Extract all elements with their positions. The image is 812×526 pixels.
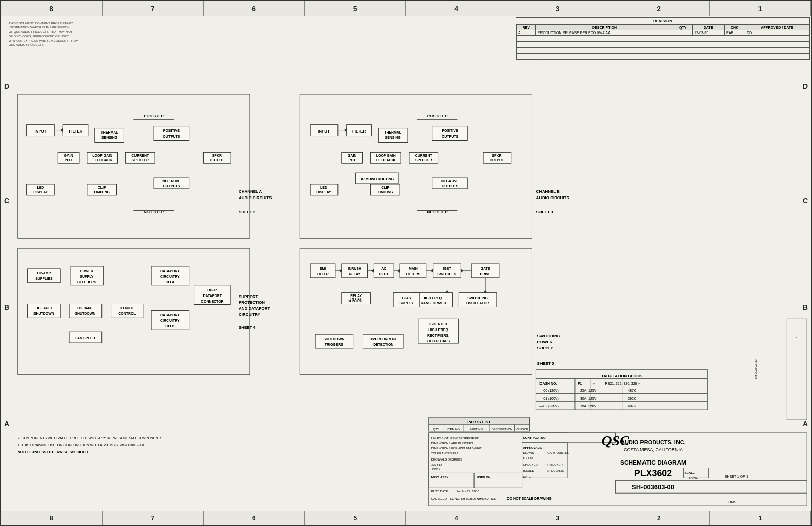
svg-text:TABULATION BLOCK: TABULATION BLOCK: [601, 374, 642, 378]
svg-text:SPLITTER: SPLITTER: [415, 158, 432, 162]
bottom-col-5: 5: [305, 511, 407, 525]
svg-text:SHUTDOWN: SHUTDOWN: [33, 312, 54, 315]
svg-text:SUPPLY: SUPPLY: [399, 302, 413, 305]
svg-text:OUTPUTS: OUTPUTS: [163, 184, 180, 188]
svg-text:SUPPLIES: SUPPLIES: [35, 277, 53, 280]
svg-text:SUPPORT,: SUPPORT,: [239, 294, 259, 299]
svg-text:POSITIVE: POSITIVE: [163, 129, 180, 133]
svg-text:DC FAULT: DC FAULT: [35, 306, 53, 310]
svg-text:TO MUTE: TO MUTE: [119, 306, 135, 310]
svg-marker-174: [445, 290, 449, 293]
svg-text:6-24-85: 6-24-85: [523, 456, 534, 459]
svg-text:RECTIFIERS,: RECTIFIERS,: [427, 334, 449, 338]
svg-text:LOOP GAIN: LOOP GAIN: [92, 154, 112, 157]
svg-text:LED: LED: [320, 186, 327, 189]
svg-text:OP-AMP: OP-AMP: [37, 271, 51, 275]
svg-text:BR MONO ROUTING: BR MONO ROUTING: [360, 177, 394, 181]
svg-text:.XX ±           D: .XX ± D: [431, 463, 442, 466]
svg-text:BIAS: BIAS: [402, 296, 411, 300]
svg-text:FEEDBACK: FEEDBACK: [92, 158, 112, 162]
content-area: D C B A D C B A THIS DOCUMENT CONTAINS P…: [1, 16, 811, 511]
svg-text:DASH NO.: DASH NO.: [539, 382, 557, 385]
svg-text:FILTER: FILTER: [352, 129, 366, 134]
svg-text:F:\DMS: F:\DMS: [724, 500, 736, 504]
svg-text:THERMAL: THERMAL: [101, 130, 119, 134]
svg-text:—02 (230V): —02 (230V): [539, 404, 558, 408]
svg-text:HD-15: HD-15: [207, 288, 217, 292]
svg-text:DRAWN: DRAWN: [523, 451, 534, 454]
svg-text:HIGH FREQ: HIGH FREQ: [428, 328, 448, 332]
svg-text:LIMITING: LIMITING: [378, 190, 393, 194]
svg-text:SCALE: SCALE: [685, 471, 695, 474]
svg-text:For Apr 29, 2000: For Apr 29, 2000: [456, 490, 479, 493]
svg-text:ISSUED: ISSUED: [523, 469, 535, 472]
svg-text:APPLICATION: APPLICATION: [477, 497, 496, 500]
svg-text:OUTPUTS: OUTPUTS: [442, 135, 459, 138]
svg-text:POS STEP: POS STEP: [427, 114, 448, 118]
svg-text:NEXT ASSY: NEXT ASSY: [431, 476, 449, 479]
svg-text:AUDIO CIRCUITS: AUDIO CIRCUITS: [536, 195, 569, 200]
svg-text:POWER: POWER: [80, 269, 93, 273]
svg-text:INPUT: INPUT: [318, 129, 330, 134]
col-5: 5: [305, 1, 407, 16]
svg-text:TOLERANCES ARE:: TOLERANCES ARE:: [431, 452, 460, 455]
svg-text:DIMENSIONS ARE IN INCHES.: DIMENSIONS ARE IN INCHES.: [431, 442, 475, 445]
svg-text:DISPLAY: DISPLAY: [33, 190, 48, 194]
svg-marker-6: [60, 128, 63, 133]
svg-text:OUTPUTS: OUTPUTS: [442, 184, 459, 188]
svg-text:CIRCUITRY: CIRCUITRY: [160, 319, 180, 322]
svg-text:NEG STEP: NEG STEP: [144, 210, 164, 214]
header-row: 8 7 6 5 4 3 2 1: [1, 1, 811, 16]
svg-text:SHEET 4: SHEET 4: [239, 325, 256, 330]
svg-marker-128: [339, 269, 342, 273]
svg-text:OUTPUT: OUTPUT: [490, 158, 504, 162]
svg-text:UNLESS OTHERWISE SPECIFIED: UNLESS OTHERWISE SPECIFIED: [431, 437, 480, 440]
svg-text:POSITIVE: POSITIVE: [442, 129, 458, 133]
svg-text:THERMAL: THERMAL: [77, 306, 94, 310]
svg-rect-252: [429, 473, 474, 488]
svg-text:DISPLAY: DISPLAY: [316, 190, 331, 194]
svg-text:EMI: EMI: [320, 267, 326, 270]
svg-text:GATE: GATE: [481, 267, 490, 270]
svg-text:RELAY: RELAY: [350, 294, 362, 298]
svg-text:RELAY: RELAY: [349, 272, 360, 276]
svg-text:SPKR: SPKR: [212, 154, 222, 157]
svg-text:HIGH FREQ: HIGH FREQ: [422, 296, 442, 300]
svg-text:USED ON: USED ON: [477, 476, 490, 479]
svg-text:LIMITING: LIMITING: [94, 190, 109, 194]
svg-text:25A, 125V: 25A, 125V: [580, 389, 597, 392]
svg-text:ITEM NO.: ITEM NO.: [447, 428, 461, 431]
svg-text:SENSING: SENSING: [101, 136, 117, 140]
col-8: 8: [1, 1, 103, 16]
svg-text:SPLITTER: SPLITTER: [131, 158, 149, 162]
svg-text:POT: POT: [349, 158, 356, 162]
svg-text:DETECTION: DETECTION: [373, 343, 393, 346]
svg-text:—00 (120V): —00 (120V): [539, 389, 558, 393]
svg-text:PARTS LIST: PARTS LIST: [467, 420, 491, 424]
col-4: 4: [406, 1, 507, 16]
svg-text:GAIN: GAIN: [348, 154, 356, 157]
svg-rect-265: [787, 319, 807, 420]
svg-text:SPKR: SPKR: [492, 154, 501, 157]
bottom-col-6: 6: [204, 511, 305, 525]
svg-text:CLIP: CLIP: [98, 186, 106, 189]
svg-text:LOOP GAIN: LOOP GAIN: [376, 154, 396, 157]
svg-text:DESCRIPTION: DESCRIPTION: [491, 428, 512, 431]
svg-text:PROTECTION: PROTECTION: [239, 301, 265, 305]
svg-text:SHEET 5: SHEET 5: [537, 361, 554, 366]
svg-text:COSTA MESA, CALIFORNIA: COSTA MESA, CALIFORNIA: [624, 447, 683, 452]
svg-text:R321, 322, 326, 328 △: R321, 322, 326, 328 △: [605, 382, 641, 385]
svg-text:IGBT: IGBT: [443, 267, 451, 270]
bottom-col-2: 2: [608, 511, 710, 525]
svg-text:FAN SPEED: FAN SPEED: [75, 336, 95, 340]
svg-text:THERMAL: THERMAL: [384, 130, 402, 134]
svg-text:CLIP: CLIP: [381, 186, 389, 189]
svg-text:2. COMPONENTS WITH VALUE PREFI: 2. COMPONENTS WITH VALUE PREFIXED WITH A…: [18, 436, 164, 440]
bottom-col-1: 1: [710, 511, 811, 525]
svg-text:FILTER CAPS: FILTER CAPS: [427, 339, 450, 343]
svg-text:NONE: NONE: [689, 476, 698, 479]
svg-text:SWITCHING: SWITCHING: [537, 334, 560, 338]
svg-text:FILTER: FILTER: [317, 272, 329, 276]
svg-text:CHANNEL A: CHANNEL A: [239, 189, 262, 194]
svg-text:QTY: QTY: [433, 428, 439, 431]
